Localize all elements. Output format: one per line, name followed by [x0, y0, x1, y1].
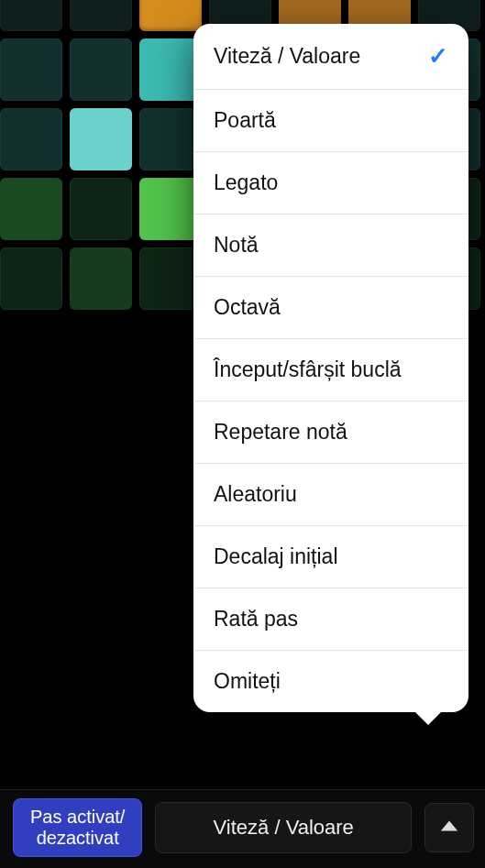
mode-menu-item[interactable]: Aleatoriu: [193, 464, 468, 526]
mode-menu-item-label: Aleatoriu: [214, 482, 297, 507]
mode-menu-item-label: Poartă: [214, 108, 276, 133]
mode-menu-item-label: Notă: [214, 233, 259, 258]
mode-menu-item[interactable]: Legato: [193, 152, 468, 214]
mode-menu-item[interactable]: Poartă: [193, 90, 468, 152]
edit-mode-menu-trigger[interactable]: [424, 803, 474, 852]
mode-menu-item-label: Repetare notă: [214, 420, 347, 445]
mode-menu-item[interactable]: Notă: [193, 214, 468, 277]
grid-cell[interactable]: [0, 0, 62, 31]
grid-cell[interactable]: [0, 108, 62, 170]
edit-mode-button[interactable]: Viteză / Valoare: [155, 802, 412, 853]
grid-cell[interactable]: [139, 108, 202, 170]
mode-menu-item-label: Octavă: [214, 295, 281, 320]
grid-cell[interactable]: [139, 0, 202, 31]
edit-mode-popover: Viteză / Valoare ✓ Poartă Legato Notă Oc…: [193, 24, 468, 712]
grid-cell[interactable]: [70, 38, 132, 101]
check-icon: ✓: [428, 42, 448, 71]
grid-cell[interactable]: [139, 178, 202, 240]
grid-cell[interactable]: [70, 0, 132, 31]
grid-cell[interactable]: [139, 247, 202, 310]
grid-cell[interactable]: [0, 247, 62, 310]
mode-menu-item[interactable]: Început/sfârșit buclă: [193, 339, 468, 401]
mode-menu-item[interactable]: Omiteți: [193, 651, 468, 712]
mode-menu-item-label: Omiteți: [214, 669, 281, 694]
sequencer-toolbar: Pas activat/ dezactivat Viteză / Valoare: [0, 789, 485, 868]
mode-menu-item[interactable]: Octavă: [193, 277, 468, 339]
grid-cell[interactable]: [70, 247, 132, 310]
caret-up-icon: [439, 816, 459, 840]
mode-menu-item-label: Legato: [214, 170, 278, 195]
grid-cell[interactable]: [0, 178, 62, 240]
grid-cell[interactable]: [70, 108, 132, 170]
mode-menu-item[interactable]: Decalaj inițial: [193, 526, 468, 588]
grid-cell[interactable]: [139, 38, 202, 101]
mode-menu-item-label: Decalaj inițial: [214, 544, 338, 569]
grid-cell[interactable]: [70, 178, 132, 240]
grid-cell[interactable]: [0, 38, 62, 101]
mode-menu-item[interactable]: Repetare notă: [193, 401, 468, 464]
mode-menu-item[interactable]: Viteză / Valoare ✓: [193, 24, 468, 90]
mode-menu-item-label: Viteză / Valoare: [214, 44, 360, 69]
step-toggle-button[interactable]: Pas activat/ dezactivat: [13, 798, 142, 857]
mode-menu-item-label: Rată pas: [214, 607, 298, 632]
mode-menu-item-label: Început/sfârșit buclă: [214, 357, 402, 382]
mode-menu-item[interactable]: Rată pas: [193, 588, 468, 651]
